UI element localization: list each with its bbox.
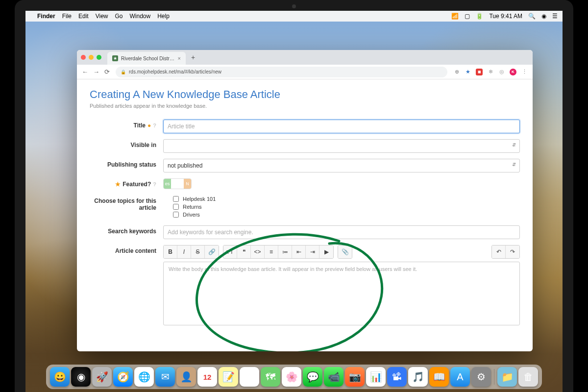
dock-notes-icon[interactable]: 📝	[219, 367, 238, 387]
window-close-button[interactable]	[81, 55, 86, 60]
bold-button[interactable]: B	[164, 245, 177, 258]
code-button[interactable]: <>	[251, 245, 265, 258]
dock-numbers-icon[interactable]: 📊	[366, 367, 386, 387]
attachment-button[interactable]: 📎	[338, 245, 352, 258]
label-content: Article content	[115, 247, 156, 254]
dock-maps-icon[interactable]: 🗺	[261, 367, 280, 387]
topic-item[interactable]: Returns	[173, 204, 520, 210]
extension-icon-2[interactable]: ◎	[498, 69, 505, 75]
menu-help[interactable]: Help	[157, 13, 170, 20]
dock-calendar-icon[interactable]: 12	[197, 367, 217, 387]
dock-photobooth-icon[interactable]: 📷	[345, 367, 365, 387]
menu-go[interactable]: Go	[115, 13, 123, 20]
dock-launchpad-icon[interactable]: 🚀	[92, 367, 112, 387]
undo-button[interactable]: ↶	[492, 245, 506, 258]
new-tab-button[interactable]: +	[188, 53, 198, 61]
topic-item[interactable]: Helpdesk 101	[173, 196, 520, 202]
label-title: Title	[134, 122, 146, 129]
clock[interactable]: Tue 9:41 AM	[489, 13, 522, 20]
airplay-icon[interactable]: ▢	[465, 13, 470, 20]
laptop-bezel: Finder File Edit View Go Window Help 📶 ▢…	[15, 0, 573, 392]
dock-photos-icon[interactable]: 🌸	[282, 367, 301, 387]
forward-button[interactable]: →	[93, 68, 99, 75]
label-publishing-status: Publishing status	[107, 161, 156, 168]
dock-preferences-icon[interactable]: ⚙	[471, 367, 491, 387]
strikethrough-button[interactable]: S	[191, 245, 205, 258]
extension-icon[interactable]: ❄	[487, 69, 494, 75]
topic-checkbox[interactable]	[173, 204, 179, 210]
browser-tab[interactable]: ★ Riverdale School District Crea ×	[107, 52, 186, 65]
video-button[interactable]: ▶	[319, 245, 333, 258]
topic-checkbox[interactable]	[173, 196, 179, 202]
fontsize-button[interactable]: ᴛT	[223, 245, 237, 258]
dock: 😀◉🚀🧭🌐✉👤12📝☑🗺🌸💬📹📷📊📽🎵📖A⚙📁🗑	[46, 365, 542, 389]
profile-avatar[interactable]: K	[510, 69, 516, 75]
label-featured: Featured?	[122, 181, 151, 188]
bookmark-star-icon[interactable]: ★	[465, 69, 471, 75]
menu-window[interactable]: Window	[130, 13, 151, 20]
siri-icon[interactable]: ◉	[541, 13, 546, 20]
ul-button[interactable]: ≡	[265, 245, 278, 258]
keywords-input[interactable]	[163, 225, 520, 239]
publishing-status-select[interactable]: not published	[163, 159, 520, 172]
address-bar[interactable]: 🔒 rds.mojohelpdesk.net/ma/#/kb/articles/…	[116, 67, 447, 77]
dock-finder-icon[interactable]: 😀	[50, 367, 70, 387]
toggle-yes: es	[164, 179, 171, 189]
topic-list: Helpdesk 101 Returns Drivers	[163, 195, 520, 218]
dock-chrome-icon[interactable]: 🌐	[134, 367, 154, 387]
menu-file[interactable]: File	[62, 13, 72, 20]
notification-center-icon[interactable]: ☰	[552, 13, 558, 20]
browser-window: ★ Riverdale School District Crea × + ← →…	[77, 50, 533, 351]
topic-item[interactable]: Drivers	[173, 212, 520, 218]
dock-downloads-icon[interactable]: 📁	[497, 367, 517, 387]
dock-siri-icon[interactable]: ◉	[71, 367, 91, 387]
featured-toggle[interactable]: es N	[163, 178, 192, 189]
battery-icon[interactable]: 🔋	[476, 13, 483, 20]
ol-button[interactable]: ≔	[278, 245, 292, 258]
help-icon[interactable]: ?	[153, 181, 156, 187]
url-text: rds.mojohelpdesk.net/ma/#/kb/articles/ne…	[129, 69, 221, 74]
window-maximize-button[interactable]	[97, 55, 101, 60]
page-subtitle: Published articles appear in the knowled…	[90, 103, 520, 109]
tab-close-icon[interactable]: ×	[178, 55, 181, 61]
dock-reminders-icon[interactable]: ☑	[240, 367, 259, 387]
dock-appstore-icon[interactable]: A	[450, 367, 470, 387]
active-app-name[interactable]: Finder	[37, 13, 55, 20]
dock-messages-icon[interactable]: 💬	[303, 367, 322, 387]
link-button[interactable]: 🔗	[205, 245, 219, 258]
extension-adblock-icon[interactable]: ◼	[476, 69, 483, 75]
back-button[interactable]: ←	[82, 68, 88, 75]
redo-button[interactable]: ↷	[506, 245, 519, 258]
visible-in-select[interactable]	[163, 139, 520, 153]
dock-trash-icon[interactable]: 🗑	[518, 367, 538, 387]
title-input[interactable]	[163, 120, 520, 133]
dock-contacts-icon[interactable]: 👤	[176, 367, 196, 387]
dock-safari-icon[interactable]: 🧭	[113, 367, 133, 387]
outdent-button[interactable]: ⇤	[292, 245, 306, 258]
quote-button[interactable]: ❝	[237, 245, 251, 258]
help-icon[interactable]: ?	[153, 122, 156, 128]
tab-title: Riverdale School District Crea	[121, 56, 175, 61]
spotlight-icon[interactable]: 🔍	[528, 13, 536, 20]
menu-view[interactable]: View	[96, 13, 108, 20]
dock-keynote-icon[interactable]: 📽	[387, 367, 407, 387]
dock-mail-icon[interactable]: ✉	[155, 367, 175, 387]
window-minimize-button[interactable]	[89, 55, 94, 60]
dock-ibooks-icon[interactable]: 📖	[429, 367, 449, 387]
menu-edit[interactable]: Edit	[78, 13, 89, 20]
zoom-icon[interactable]: ⊕	[453, 69, 460, 75]
indent-button[interactable]: ⇥	[306, 245, 319, 258]
browser-menu-icon[interactable]: ⋮	[521, 69, 528, 75]
row-content: Article content B I S 🔗 ᴛT ❝	[90, 245, 520, 325]
page-title: Creating A New Knowledge Base Article	[90, 88, 520, 101]
row-topics: Choose topics for this article Helpdesk …	[90, 195, 520, 220]
italic-button[interactable]: I	[177, 245, 191, 258]
wifi-icon[interactable]: 📶	[451, 13, 459, 20]
dock-facetime-icon[interactable]: 📹	[324, 367, 343, 387]
editor-textarea[interactable]: Write the body of this knowledge base ar…	[163, 262, 520, 325]
camera	[292, 4, 296, 8]
reload-button[interactable]: ⟳	[104, 68, 110, 75]
row-keywords: Search keywords	[90, 225, 520, 239]
topic-checkbox[interactable]	[173, 212, 179, 218]
dock-itunes-icon[interactable]: 🎵	[408, 367, 428, 387]
